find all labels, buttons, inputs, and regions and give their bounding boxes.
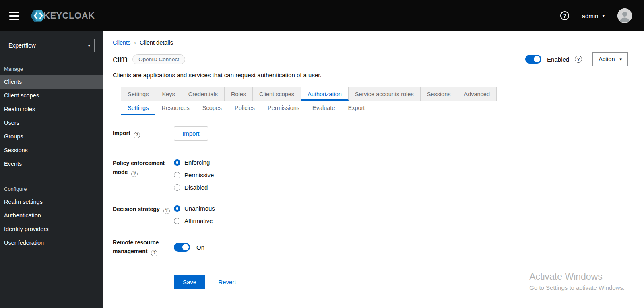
import-help-icon[interactable]: ? <box>134 132 140 138</box>
radio-label: Permissive <box>184 172 214 178</box>
import-label-text: Import <box>113 130 130 136</box>
tab-authorization[interactable]: Authorization <box>301 87 349 101</box>
sidebar-item-groups[interactable]: Groups <box>0 130 103 143</box>
realm-selector[interactable]: Expertflow ▾ <box>4 39 95 52</box>
enabled-help-icon[interactable]: ? <box>575 56 582 63</box>
import-label: Import ? <box>113 129 174 138</box>
sidebar-section-manage: Manage Clients Client scopes Realm roles… <box>0 62 103 171</box>
policy-enforcement-label-text: Policy enforcement mode <box>113 160 165 175</box>
radio-permissive[interactable]: Permissive <box>174 172 214 178</box>
toggle-knob <box>182 244 189 250</box>
windows-activation-watermark: Activate Windows Go to Settings to activ… <box>529 271 625 291</box>
radio-enforcing[interactable]: Enforcing <box>174 159 214 166</box>
revert-button[interactable]: Revert <box>218 279 236 285</box>
topbar: KEYCLOAK ? admin ▾ <box>0 0 644 31</box>
brand-wordmark: KEYCLOAK <box>43 10 95 21</box>
sidebar-heading-manage: Manage <box>0 62 103 75</box>
remote-management-toggle[interactable] <box>174 243 190 252</box>
tab-advanced[interactable]: Advanced <box>457 87 497 101</box>
import-control: Import <box>174 126 208 141</box>
policy-enforcement-label: Policy enforcement mode ? <box>113 159 174 191</box>
watermark-title: Activate Windows <box>529 271 625 282</box>
radio-unselected-icon <box>174 184 180 191</box>
save-button[interactable]: Save <box>174 275 205 289</box>
enabled-label: Enabled <box>547 56 569 63</box>
radio-selected-icon <box>174 159 180 166</box>
client-tabs: Settings Keys Credentials Roles Client s… <box>103 87 644 101</box>
radio-disabled[interactable]: Disabled <box>174 184 214 191</box>
remote-resource-help-icon[interactable]: ? <box>151 250 157 256</box>
subtab-policies[interactable]: Policies <box>228 101 261 115</box>
import-button[interactable]: Import <box>174 126 208 141</box>
radio-selected-icon <box>174 205 180 212</box>
radio-unselected-icon <box>174 172 180 178</box>
subtab-export[interactable]: Export <box>341 101 371 115</box>
decision-strategy-label-text: Decision strategy <box>113 206 160 212</box>
subtab-resources[interactable]: Resources <box>155 101 196 115</box>
page-body: Expertflow ▾ Manage Clients Client scope… <box>0 31 644 308</box>
client-details-header: Clients › Client details cim OpenID Conn… <box>103 31 644 79</box>
subtab-evaluate[interactable]: Evaluate <box>306 101 341 115</box>
subtab-settings[interactable]: Settings <box>121 101 155 115</box>
tab-service-accounts-roles[interactable]: Service accounts roles <box>349 87 421 101</box>
watermark-subtitle: Go to Settings to activate Windows. <box>529 284 625 291</box>
realm-selector-value: Expertflow <box>8 42 36 49</box>
subtab-permissions[interactable]: Permissions <box>261 101 306 115</box>
enabled-toggle[interactable] <box>525 55 541 64</box>
sidebar-item-identity-providers[interactable]: Identity providers <box>0 222 103 236</box>
subtab-scopes[interactable]: Scopes <box>196 101 228 115</box>
topbar-actions: ? admin ▾ <box>560 8 632 23</box>
chevron-down-icon: ▾ <box>88 43 90 48</box>
tab-settings[interactable]: Settings <box>121 87 155 101</box>
authorization-subtabs: Settings Resources Scopes Policies Permi… <box>103 101 644 115</box>
breadcrumb: Clients › Client details <box>113 39 628 46</box>
action-dropdown-button[interactable]: Action ▾ <box>592 52 628 66</box>
sidebar-item-user-federation[interactable]: User federation <box>0 236 103 250</box>
policy-enforcement-row: Policy enforcement mode ? Enforcing Perm… <box>113 159 493 191</box>
sidebar-item-realm-settings[interactable]: Realm settings <box>0 195 103 209</box>
import-row: Import ? Import <box>113 126 493 141</box>
hamburger-bar <box>9 15 19 17</box>
action-dropdown-label: Action <box>599 56 615 62</box>
policy-enforcement-help-icon[interactable]: ? <box>131 171 138 177</box>
user-menu[interactable]: admin ▾ <box>582 12 605 19</box>
sidebar-item-realm-roles[interactable]: Realm roles <box>0 102 103 116</box>
main-content: Clients › Client details cim OpenID Conn… <box>103 31 644 308</box>
sidebar-item-clients[interactable]: Clients <box>0 75 103 89</box>
tab-keys[interactable]: Keys <box>155 87 182 101</box>
decision-strategy-help-icon[interactable]: ? <box>163 208 170 214</box>
decision-strategy-label: Decision strategy ? <box>113 205 174 224</box>
title-controls: Enabled ? Action ▾ <box>525 52 628 66</box>
hamburger-bar <box>9 19 19 20</box>
avatar[interactable] <box>617 8 632 23</box>
radio-label: Disabled <box>184 184 208 191</box>
user-avatar-icon <box>617 8 632 23</box>
tab-credentials[interactable]: Credentials <box>182 87 225 101</box>
decision-strategy-radio-group: Unanimous Affirmative <box>174 205 215 224</box>
radio-affirmative[interactable]: Affirmative <box>174 217 215 224</box>
menu-toggle-button[interactable] <box>6 8 23 24</box>
sidebar-item-events[interactable]: Events <box>0 157 103 171</box>
sidebar-item-users[interactable]: Users <box>0 116 103 130</box>
radio-unanimous[interactable]: Unanimous <box>174 205 215 212</box>
tab-roles[interactable]: Roles <box>225 87 253 101</box>
protocol-badge: OpenID Connect <box>132 54 185 64</box>
radio-label: Affirmative <box>184 217 213 224</box>
breadcrumb-clients-link[interactable]: Clients <box>113 39 130 46</box>
policy-enforcement-radio-group: Enforcing Permissive Disabled <box>174 159 214 191</box>
user-menu-name: admin <box>582 12 599 19</box>
sidebar-item-sessions[interactable]: Sessions <box>0 143 103 157</box>
remote-resource-label: Remote resource management ? <box>113 238 174 256</box>
hamburger-bar <box>9 12 19 13</box>
sidebar-item-client-scopes[interactable]: Client scopes <box>0 89 103 102</box>
tab-client-scopes[interactable]: Client scopes <box>253 87 301 101</box>
remote-resource-control: On <box>174 238 204 256</box>
help-icon[interactable]: ? <box>560 11 569 20</box>
toggle-knob <box>534 56 540 62</box>
sidebar-item-authentication[interactable]: Authentication <box>0 209 103 222</box>
tab-sessions[interactable]: Sessions <box>421 87 458 101</box>
toggle-state-label: On <box>196 244 204 251</box>
breadcrumb-current: Client details <box>140 39 173 46</box>
client-description: Clients are applications and services th… <box>113 72 628 79</box>
page-title: cim <box>113 54 128 65</box>
